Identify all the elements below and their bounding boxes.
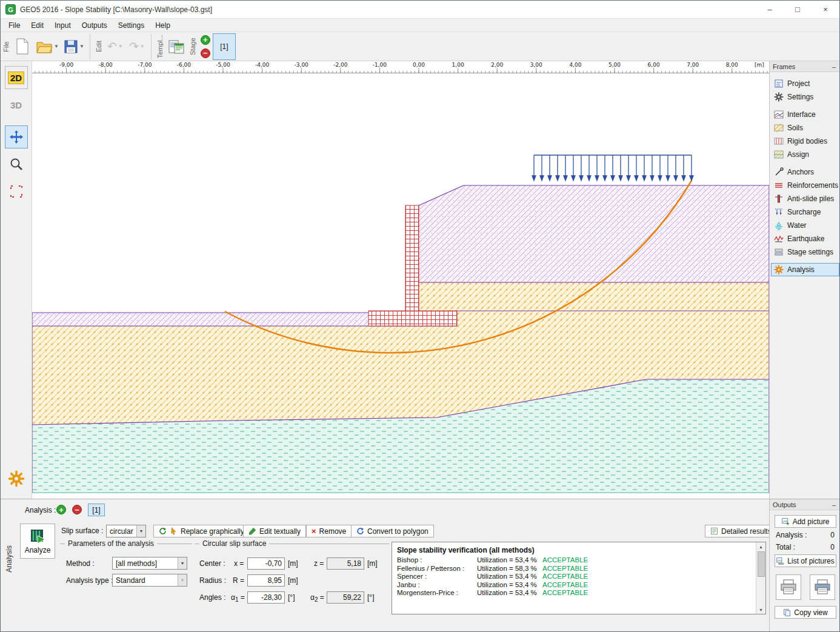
scroll-down-icon[interactable]: ▼ [759,605,763,614]
new-file-button[interactable] [12,33,33,60]
analysis-type-select[interactable]: Standard ▼ [112,574,187,587]
frames-item-water[interactable]: Water [771,219,839,232]
frames-item-label: Rigid bodies [787,137,827,145]
frames-item-assign[interactable]: Assign [771,148,839,161]
frames-item-stage-settings[interactable]: Stage settings [771,245,839,259]
toolbar-separator [90,34,90,59]
surcharge-load[interactable] [532,155,693,181]
analyze-button[interactable]: Analyze [20,524,55,559]
verdict-badge: ACCEPTABLE [542,565,752,573]
frames-title: Frames [773,63,795,70]
report-templates-icon [168,38,185,55]
open-file-button[interactable]: ▼ [33,33,61,60]
frames-item-analysis[interactable]: Analysis [771,263,839,276]
edit-textually-button[interactable]: Edit textually [243,525,306,537]
frames-item-reinforcements[interactable]: Reinforcements [771,179,839,192]
fit-to-screen-button[interactable] [5,180,28,203]
center-z-field[interactable]: 5,18 [327,557,364,570]
print-alt-button[interactable] [810,574,835,600]
scrollbar-thumb[interactable] [758,551,765,577]
frames-item-rigid-bodies[interactable]: Rigid bodies [771,135,839,148]
analysis-1-button[interactable]: [1] [88,504,105,516]
remove-analysis-button[interactable]: − [72,505,82,514]
drawing-canvas[interactable] [32,73,769,499]
r-unit: [m] [288,576,298,585]
frames-item-label: Water [787,221,807,230]
copy-view-button[interactable]: Copy view [775,606,836,619]
drawing-area: -9,00-8,00-7,00-6,00-5,00-4,00-3,00-2,00… [32,61,769,499]
menu-edit[interactable]: Edit [25,20,49,31]
radius-field[interactable]: 8,95 [247,574,285,587]
undo-button[interactable]: ↶ ▼ [104,33,126,60]
menu-input[interactable]: Input [49,20,76,31]
total-count-value: 0 [830,543,835,551]
titlebar: G GEO5 2016 - Slope Stability [C:\Masonr… [1,1,839,19]
frames-item-interface[interactable]: Interface [771,108,839,121]
frames-item-anchors[interactable]: Anchors [771,165,839,179]
drawing-settings-button[interactable] [5,467,28,490]
stage-1-button[interactable]: [1] [213,33,236,60]
minimize-button[interactable]: – [756,1,784,18]
close-button[interactable]: × [812,1,839,18]
analysis-vertical-tab[interactable]: Analysis [1,499,18,619]
soil-strip-purple-left [32,313,368,326]
frames-item-anti-slide-piles[interactable]: Anti-slide piles [771,192,839,205]
save-dropdown-arrow[interactable]: ▼ [79,44,84,49]
menu-help[interactable]: Help [150,20,176,31]
frames-item-soils[interactable]: Soils [771,121,839,135]
alpha2-field[interactable]: 59,22 [327,591,364,604]
list-of-pictures-button[interactable]: List of pictures [775,554,836,567]
frames-item-project[interactable]: Project [771,77,839,90]
center-label: Center : [199,559,225,568]
add-analysis-button[interactable]: + [56,505,66,514]
toolbar-group-file-label: File [2,33,10,60]
zoom-tool-button[interactable] [5,153,28,176]
view-2d-button[interactable]: 2D [5,66,28,89]
open-dropdown-arrow[interactable]: ▼ [54,44,59,49]
view-3d-button[interactable]: 3D [5,93,28,116]
alpha2-label: α2 = [310,593,324,603]
slip-surface-select[interactable]: circular ▼ [106,525,146,537]
frames-item-label: Interface [787,110,816,119]
detailed-results-button[interactable]: Detailed results [705,525,777,537]
add-stage-button[interactable]: + [201,35,210,45]
print-buttons [770,574,840,600]
results-scrollbar[interactable]: ▲ ▼ [756,542,765,614]
templates-button[interactable] [165,33,187,60]
alpha1-field[interactable]: -28,30 [247,591,285,604]
undo-icon: ↶ [107,41,117,52]
pan-tool-button[interactable] [5,125,28,148]
outputs-minimize-button[interactable]: – [830,501,838,508]
method-label: Method : [66,559,95,568]
menu-outputs[interactable]: Outputs [76,20,113,31]
frames-item-label: Soils [787,124,803,132]
frames-item-surcharge[interactable]: Surcharge [771,205,839,219]
slip-surface-value: circular [107,527,136,536]
save-file-button[interactable]: ▼ [61,33,87,60]
convert-to-polygon-button[interactable]: Convert to polygon [351,525,434,537]
method-select[interactable]: [all methods] ▼ [112,557,187,570]
frames-item-settings[interactable]: Settings [771,90,839,104]
toolbar-group-edit-label: Edit [95,33,103,60]
remove-button[interactable]: × Remove [306,525,352,537]
print-button[interactable] [776,574,801,600]
menu-file[interactable]: File [3,20,25,31]
center-x-field[interactable]: -0,70 [247,557,285,570]
menu-settings[interactable]: Settings [113,20,150,31]
result-row: Bishop :Utilization = 53,4 %ACCEPTABLE [397,556,752,565]
redo-button[interactable]: ↷ ▼ [126,33,148,60]
replace-graphically-button[interactable]: Replace graphically [153,525,250,537]
frames-minimize-button[interactable]: – [830,63,838,70]
soil-layer-purple-right [419,185,769,282]
analysis-count-value: 0 [830,531,835,539]
maximize-button[interactable]: □ [784,1,812,18]
scroll-up-icon[interactable]: ▲ [759,542,763,551]
remove-stage-button[interactable]: − [201,48,210,58]
save-floppy-icon [64,39,78,54]
frames-item-label: Anchors [787,168,814,176]
menubar: File Edit Input Outputs Settings Help [1,19,839,32]
frames-item-earthquake[interactable]: Earthquake [771,232,839,245]
analysis-icon [774,265,784,274]
parameters-group-title: Parameters of the analysis [60,539,192,548]
add-picture-button[interactable]: Add picture [775,515,836,528]
